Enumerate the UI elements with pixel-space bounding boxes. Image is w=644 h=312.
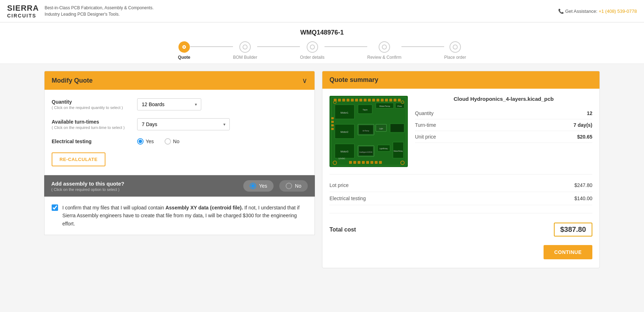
svg-text:Motor1: Motor1 bbox=[341, 111, 348, 114]
svg-rect-14 bbox=[359, 99, 362, 102]
product-image: Motor1 Tapix WaterTemp Flow Motor2 AirTe… bbox=[329, 96, 408, 167]
lot-price-row: Lot price $247.80 bbox=[329, 179, 592, 192]
quantity-detail-value: 12 bbox=[587, 110, 592, 116]
svg-rect-13 bbox=[355, 99, 358, 102]
modify-quote-card: Modify Quote ∨ Quantity ( Click on the r… bbox=[44, 71, 315, 175]
electrical-testing-label: Electrical testing bbox=[52, 139, 137, 144]
electrical-yes-circle bbox=[137, 138, 144, 145]
divider-2 bbox=[329, 213, 592, 213]
turn-time-detail-row: Turn-time 7 day(s) bbox=[415, 119, 592, 131]
lot-price-label: Lot price bbox=[329, 182, 349, 188]
step-quote[interactable]: Quote bbox=[178, 41, 191, 60]
logo-circuits: CIRCUITS bbox=[7, 13, 36, 19]
quantity-detail-label: Quantity bbox=[415, 110, 433, 116]
turn-times-control: 7 Days 10 Days 14 Days bbox=[137, 118, 307, 130]
product-name: Cloud Hydroponics_4-layers.kicad_pcb bbox=[415, 96, 592, 102]
quantity-control: 12 Boards 24 Boards 50 Boards bbox=[137, 98, 307, 110]
svg-rect-9 bbox=[338, 99, 341, 102]
svg-point-1 bbox=[183, 46, 185, 48]
svg-point-4 bbox=[382, 45, 386, 49]
lot-price-value: $247.80 bbox=[574, 182, 592, 188]
unit-price-detail-label: Unit price bbox=[415, 134, 436, 140]
svg-rect-65 bbox=[331, 128, 334, 130]
svg-rect-23 bbox=[398, 99, 401, 102]
svg-rect-54 bbox=[349, 161, 352, 164]
electrical-yes-label: Yes bbox=[146, 139, 154, 144]
continue-button[interactable]: CONTINUE bbox=[544, 245, 592, 259]
electrical-testing-price-value: $140.00 bbox=[574, 196, 592, 201]
assembly-yes-circle bbox=[250, 183, 256, 189]
svg-rect-21 bbox=[389, 99, 392, 102]
connector-2 bbox=[257, 46, 300, 47]
step-circle-review bbox=[379, 41, 390, 53]
quantity-select[interactable]: 12 Boards 24 Boards 50 Boards bbox=[137, 98, 201, 110]
step-review[interactable]: Review & Confirm bbox=[367, 41, 401, 60]
assembly-section: Add assembly to this quote? ( Click on t… bbox=[44, 175, 315, 197]
turn-times-label: Available turn-times bbox=[52, 119, 137, 125]
total-row: Total cost $387.80 bbox=[329, 218, 592, 240]
quantity-sub: ( Click on the required quantity to sele… bbox=[52, 105, 137, 110]
turn-time-detail-value: 7 day(s) bbox=[573, 122, 592, 128]
svg-rect-55 bbox=[353, 161, 356, 164]
svg-text:Flow: Flow bbox=[398, 105, 402, 107]
electrical-no-option[interactable]: No bbox=[165, 138, 180, 145]
assembly-main-label: Add assembly to this quote? bbox=[51, 181, 236, 187]
confirm-section: I confirm that my files that I will uplo… bbox=[44, 197, 315, 235]
turn-times-select-wrapper: 7 Days 10 Days 14 Days bbox=[137, 118, 230, 130]
svg-rect-16 bbox=[368, 99, 371, 102]
logo-sierra: SIERRA bbox=[7, 4, 39, 13]
total-label: Total cost bbox=[329, 227, 356, 233]
step-label-place: Place order bbox=[444, 55, 466, 60]
assembly-radio-group: Yes No bbox=[243, 180, 308, 192]
phone-link[interactable]: +1 (408) 539-0778 bbox=[599, 9, 637, 14]
logo: SIERRA CIRCUITS bbox=[7, 4, 39, 19]
svg-text:LightRelay: LightRelay bbox=[379, 147, 388, 150]
product-details: Cloud Hydroponics_4-layers.kicad_pcb Qua… bbox=[415, 96, 592, 143]
svg-text:Light: Light bbox=[379, 128, 383, 130]
electrical-radio-group: Yes No bbox=[137, 138, 307, 145]
turn-times-label-group: Available turn-times ( Click on the requ… bbox=[52, 119, 137, 130]
step-label-bom: BOM Builder bbox=[233, 55, 257, 60]
assembly-yes-btn[interactable]: Yes bbox=[243, 180, 274, 192]
svg-rect-60 bbox=[375, 161, 378, 164]
progress-section: WMQ148976-1 Quote BOM Builder Order deta… bbox=[0, 22, 644, 64]
modify-quote-header: Modify Quote ∨ bbox=[45, 71, 315, 90]
chevron-down-icon[interactable]: ∨ bbox=[302, 76, 307, 85]
step-place-order[interactable]: Place order bbox=[444, 41, 466, 60]
svg-rect-59 bbox=[370, 161, 373, 164]
electrical-testing-label-group: Electrical testing bbox=[52, 139, 137, 144]
svg-rect-12 bbox=[351, 99, 354, 102]
assembly-no-btn[interactable]: No bbox=[279, 180, 308, 192]
step-label-review: Review & Confirm bbox=[367, 55, 401, 60]
header-right: 📞 Get Assistance: +1 (408) 539-0778 bbox=[558, 9, 637, 14]
svg-rect-56 bbox=[358, 161, 360, 164]
svg-text:WaterRelay: WaterRelay bbox=[394, 150, 403, 152]
quote-summary-header: Quote summary bbox=[322, 71, 599, 89]
quantity-label: Quantity bbox=[52, 99, 137, 105]
modify-quote-title: Modify Quote bbox=[52, 77, 93, 84]
svg-rect-57 bbox=[362, 161, 365, 164]
electrical-no-circle bbox=[165, 138, 171, 145]
price-rows: Lot price $247.80 Electrical testing $14… bbox=[329, 179, 592, 209]
quantity-label-group: Quantity ( Click on the required quantit… bbox=[52, 99, 137, 110]
svg-rect-10 bbox=[342, 99, 345, 102]
turn-times-select[interactable]: 7 Days 10 Days 14 Days bbox=[137, 118, 230, 130]
header-tagline: Best-in-Class PCB Fabrication, Assembly … bbox=[45, 5, 154, 17]
step-order-details[interactable]: Order details bbox=[300, 41, 324, 60]
step-circle-order bbox=[307, 41, 318, 53]
step-bom[interactable]: BOM Builder bbox=[233, 41, 257, 60]
confirm-checkbox[interactable] bbox=[52, 204, 58, 211]
svg-rect-63 bbox=[331, 121, 334, 123]
svg-text:12VDC: 12VDC bbox=[338, 157, 346, 160]
electrical-yes-option[interactable]: Yes bbox=[137, 138, 154, 145]
quantity-row: Quantity ( Click on the required quantit… bbox=[52, 98, 307, 110]
progress-steps: Quote BOM Builder Order details Review &… bbox=[0, 41, 644, 60]
header-left: SIERRA CIRCUITS Best-in-Class PCB Fabric… bbox=[7, 4, 154, 19]
svg-text:Tapix: Tapix bbox=[363, 109, 368, 111]
recalculate-button[interactable]: RE-CALCULATE bbox=[52, 152, 105, 166]
assistance-label: Get Assistance: bbox=[565, 9, 597, 14]
svg-point-2 bbox=[243, 45, 247, 49]
unit-price-detail-value: $20.65 bbox=[577, 134, 592, 140]
electrical-testing-price-row: Electrical testing $140.00 bbox=[329, 192, 592, 205]
electrical-testing-control: Yes No bbox=[137, 138, 307, 145]
